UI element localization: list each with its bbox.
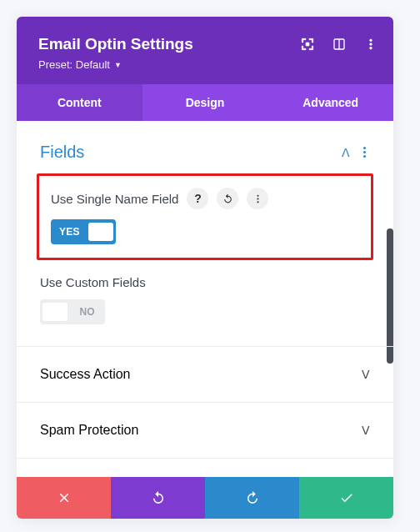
section-head-spam-protection[interactable]: Spam Protection ᐯ [37, 403, 373, 458]
toggle-use-custom-fields[interactable]: NO [40, 299, 105, 324]
tab-content[interactable]: Content [17, 84, 142, 121]
redo-icon [245, 490, 260, 505]
section-head-success-action[interactable]: Success Action ᐯ [37, 347, 373, 402]
focus-icon[interactable] [300, 37, 315, 52]
chevron-down-icon: ᐯ [362, 424, 370, 437]
toggle-knob [88, 223, 113, 241]
section-title-spam-protection: Spam Protection [40, 423, 138, 438]
label-use-custom-fields: Use Custom Fields [40, 275, 370, 289]
svg-point-6 [257, 194, 258, 196]
check-icon [339, 490, 354, 505]
field-use-custom-fields: Use Custom Fields NO [37, 272, 373, 346]
settings-panel: Email Optin Settings Preset: Default ▼ C… [17, 17, 393, 519]
svg-point-8 [257, 201, 258, 203]
panel-header: Email Optin Settings Preset: Default ▼ [17, 17, 393, 84]
tab-bar: Content Design Advanced [17, 84, 393, 121]
tab-advanced[interactable]: Advanced [268, 84, 393, 121]
svg-rect-0 [306, 43, 309, 46]
svg-point-5 [370, 47, 372, 49]
save-button[interactable] [299, 477, 393, 519]
highlight-box: Use Single Name Field ? YES [37, 173, 373, 260]
label-use-single-name: Use Single Name Field [51, 192, 178, 206]
svg-point-3 [370, 39, 372, 42]
cancel-button[interactable] [17, 477, 111, 519]
toggle-use-single-name[interactable]: YES [51, 219, 116, 244]
header-actions [300, 37, 378, 52]
svg-point-7 [257, 198, 258, 199]
panel-body: Fields ᐱ Use Single Name Field ? YES [17, 121, 393, 459]
divider [17, 458, 393, 459]
undo-button[interactable] [111, 477, 205, 519]
help-icon[interactable]: ? [187, 188, 208, 209]
chevron-down-icon: ᐯ [362, 368, 370, 381]
layout-icon[interactable] [332, 37, 347, 52]
close-icon [57, 490, 72, 505]
preset-selector[interactable]: Preset: Default ▼ [38, 58, 372, 71]
field-use-single-name: Use Single Name Field ? [51, 188, 359, 209]
field-more-icon[interactable] [247, 188, 268, 209]
preset-label: Preset: Default [38, 58, 110, 71]
undo-icon [151, 490, 166, 505]
section-title-success-action: Success Action [40, 367, 131, 382]
svg-point-4 [370, 43, 372, 46]
caret-down-icon: ▼ [114, 61, 122, 69]
toggle-knob [42, 303, 68, 321]
toggle-on-label: YES [59, 226, 80, 238]
chevron-up-icon: ᐱ [342, 146, 350, 159]
tab-design[interactable]: Design [142, 84, 268, 121]
toggle-off-label: NO [79, 306, 95, 318]
section-head-fields[interactable]: Fields ᐱ [37, 138, 373, 170]
section-more-icon[interactable] [358, 147, 370, 158]
reset-icon[interactable] [217, 188, 238, 209]
section-title-fields: Fields [40, 143, 84, 162]
more-icon[interactable] [363, 37, 378, 52]
redo-button[interactable] [205, 477, 299, 519]
footer-actions [17, 477, 393, 519]
